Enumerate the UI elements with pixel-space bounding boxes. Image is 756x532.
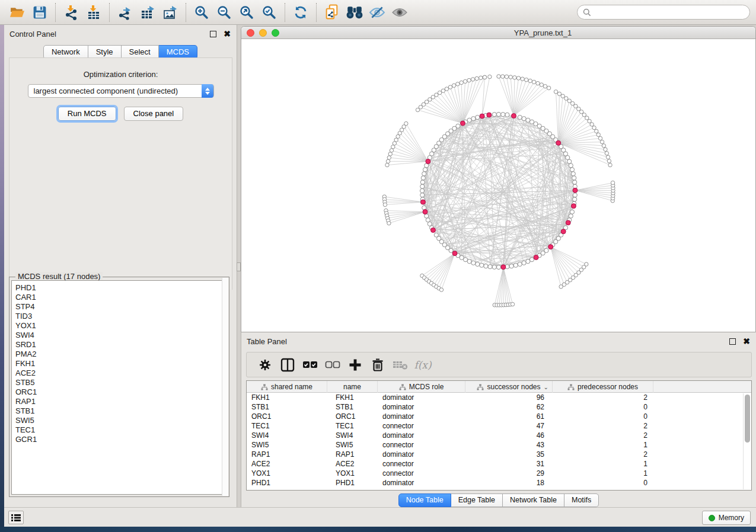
open-file-icon[interactable]	[6, 2, 28, 23]
network-node[interactable]	[573, 193, 577, 197]
network-satellite-node[interactable]	[467, 78, 471, 82]
list-item[interactable]: PHD1	[15, 283, 227, 293]
network-satellite-node[interactable]	[390, 149, 393, 152]
network-satellite-node[interactable]	[388, 152, 392, 156]
network-satellite-node[interactable]	[456, 82, 460, 86]
export-image-icon[interactable]	[159, 2, 181, 23]
network-satellite-node[interactable]	[509, 75, 512, 79]
network-satellite-node[interactable]	[540, 83, 543, 86]
network-node[interactable]	[544, 248, 548, 252]
copy-style-icon[interactable]	[321, 2, 343, 23]
table-row[interactable]: YOX1YOX1connector291	[247, 469, 751, 478]
refresh-icon[interactable]	[289, 2, 312, 23]
list-item[interactable]: SWI5	[15, 416, 227, 425]
network-satellite-node[interactable]	[532, 80, 535, 84]
network-hub-node[interactable]	[460, 121, 465, 126]
network-hub-node[interactable]	[534, 255, 538, 259]
network-satellite-node[interactable]	[585, 116, 589, 120]
optimization-criterion-select[interactable]: largest connected component (undirected)	[28, 84, 214, 98]
network-satellite-node[interactable]	[582, 113, 586, 117]
network-hub-node[interactable]	[420, 200, 425, 204]
network-satellite-node[interactable]	[471, 78, 474, 81]
select-all-checked-icon[interactable]	[299, 355, 321, 375]
panel-splitter-handle[interactable]	[237, 262, 241, 271]
network-satellite-node[interactable]	[416, 108, 419, 111]
network-satellite-node[interactable]	[475, 76, 479, 80]
network-hub-node[interactable]	[423, 210, 428, 214]
network-node[interactable]	[421, 176, 425, 180]
list-item[interactable]: SWI4	[15, 331, 227, 340]
network-hub-node[interactable]	[556, 140, 561, 145]
network-satellite-node[interactable]	[441, 89, 445, 92]
network-window-titlebar[interactable]: YPA_prune.txt_1	[241, 27, 755, 39]
list-item[interactable]: SRD1	[15, 340, 227, 350]
save-session-icon[interactable]	[28, 2, 51, 23]
network-satellite-node[interactable]	[602, 144, 605, 148]
network-satellite-node[interactable]	[570, 101, 574, 105]
import-network-icon[interactable]	[60, 2, 82, 23]
column-header-name[interactable]: name	[327, 381, 378, 393]
column-header-successor-nodes[interactable]: successor nodes⌄	[465, 381, 553, 393]
network-satellite-node[interactable]	[611, 181, 614, 184]
search-input[interactable]	[594, 8, 744, 17]
tab-motifs[interactable]: Motifs	[564, 493, 599, 507]
network-node[interactable]	[496, 112, 500, 116]
network-graph[interactable]	[241, 39, 755, 332]
network-satellite-node[interactable]	[479, 76, 483, 79]
network-hub-node[interactable]	[426, 159, 430, 164]
network-satellite-node[interactable]	[607, 159, 611, 163]
zoom-fit-icon[interactable]	[235, 2, 258, 23]
table-row[interactable]: ORC1ORC1dominator610	[247, 412, 751, 421]
list-item[interactable]: FKH1	[15, 359, 227, 368]
network-satellite-node[interactable]	[605, 152, 608, 155]
network-node[interactable]	[573, 180, 577, 184]
settings-gear-icon[interactable]	[254, 355, 276, 375]
delete-table-icon[interactable]	[389, 355, 412, 375]
list-item[interactable]: STB1	[15, 406, 227, 416]
network-node[interactable]	[488, 265, 492, 269]
network-hub-node[interactable]	[566, 220, 570, 225]
network-satellite-node[interactable]	[391, 145, 395, 149]
table-scrollbar[interactable]	[743, 393, 751, 489]
close-panel-button[interactable]: Close panel	[124, 107, 184, 121]
network-hub-node[interactable]	[511, 114, 516, 118]
network-node[interactable]	[509, 264, 513, 268]
network-node[interactable]	[449, 248, 453, 252]
list-item[interactable]: PMA2	[15, 350, 227, 359]
table-row[interactable]: RAP1RAP1dominator352	[247, 450, 751, 459]
network-node[interactable]	[480, 263, 484, 267]
import-table-icon[interactable]	[82, 2, 105, 23]
network-node[interactable]	[526, 259, 530, 264]
network-satellite-node[interactable]	[608, 163, 612, 166]
network-node[interactable]	[422, 172, 426, 176]
network-satellite-node[interactable]	[438, 91, 441, 94]
network-satellite-node[interactable]	[585, 262, 588, 266]
tab-edge-table[interactable]: Edge Table	[451, 493, 503, 507]
network-satellite-node[interactable]	[567, 99, 571, 102]
network-satellite-node[interactable]	[547, 86, 550, 89]
network-satellite-node[interactable]	[516, 76, 520, 80]
network-node[interactable]	[492, 265, 496, 269]
network-node[interactable]	[471, 117, 476, 121]
list-item[interactable]: ACE2	[15, 368, 227, 378]
network-node[interactable]	[420, 193, 425, 197]
table-row[interactable]: TEC1TEC1connector472	[247, 421, 751, 431]
network-satellite-node[interactable]	[590, 123, 594, 126]
deselect-all-icon[interactable]	[321, 355, 344, 375]
network-satellite-node[interactable]	[536, 81, 540, 85]
network-node[interactable]	[572, 176, 576, 180]
run-mcds-button[interactable]: Run MCDS	[58, 107, 116, 121]
toolbar-search-field[interactable]	[577, 5, 750, 20]
export-table-icon[interactable]	[136, 2, 159, 23]
table-row[interactable]: SWI5SWI5connector431	[247, 440, 751, 450]
network-canvas[interactable]	[241, 39, 755, 332]
mcds-result-list[interactable]: PHD1CAR1STP4TID3YOX1SWI4SRD1PMA2FKH1ACE2…	[11, 280, 227, 495]
eye-icon[interactable]	[388, 2, 411, 23]
network-node[interactable]	[420, 188, 424, 193]
table-scrollbar-thumb[interactable]	[745, 395, 750, 443]
result-list-scrollbar[interactable]	[222, 278, 228, 496]
network-satellite-node[interactable]	[387, 222, 391, 225]
column-header-shared-name[interactable]: shared name	[247, 381, 327, 393]
network-hub-node[interactable]	[548, 245, 553, 249]
list-item[interactable]: GCR1	[15, 435, 227, 444]
